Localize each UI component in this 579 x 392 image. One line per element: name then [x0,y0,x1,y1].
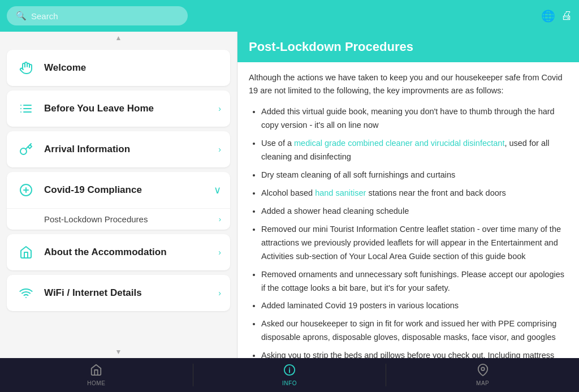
right-panel-title: Post-Lockdown Procedures [249,40,413,54]
list-item-text: Added laminated Covid 19 posters in vari… [261,301,459,310]
search-input[interactable] [31,11,179,21]
main-content: ▲ Welcome [0,32,579,358]
chevron-right-icon: › [218,104,221,113]
list-item: Asking you to strip the beds and pillows… [261,349,568,358]
app-container: 🔍 🌐 🖨 ▲ [0,0,579,392]
welcome-label: Welcome [44,62,221,74]
search-box[interactable]: 🔍 [7,6,188,25]
list-item: Added a shower head cleaning schedule [261,205,568,218]
covid-header[interactable]: Covid-19 Compliance ∨ [7,172,230,208]
content-list: Added this virtual guide book, meaning y… [249,105,568,358]
left-scroll: Welcome Before You Leave [0,44,237,346]
nav-map[interactable]: MAP [386,364,579,386]
nav-info[interactable]: INFO [193,364,386,386]
nav-home[interactable]: HOME [0,364,193,386]
scroll-down-indicator: ▼ [0,346,237,358]
list-item: Removed our mini Tourist Information Cen… [261,223,568,264]
map-nav-label: MAP [476,380,489,386]
right-content: Although the actions we have taken to ke… [237,62,579,358]
nav-item-wifi[interactable]: WiFi / Internet Details › [7,275,230,311]
top-bar: 🔍 🌐 🖨 [0,0,579,32]
post-lockdown-label: Post-Lockdown Procedures [44,214,148,224]
print-icon[interactable]: 🖨 [561,9,572,23]
sub-chevron-icon: › [219,215,221,223]
home-nav-label: HOME [87,380,105,386]
nav-item-accommodation[interactable]: About the Accommodation › [7,234,230,270]
search-icon: 🔍 [16,11,27,21]
nav-sub-post-lockdown[interactable]: Post-Lockdown Procedures › [7,208,230,230]
map-nav-icon [477,364,489,379]
list-item-text: Added a shower head cleaning schedule [261,206,409,216]
list-item: Added this virtual guide book, meaning y… [261,105,568,132]
chevron-down-icon: ∨ [214,184,221,196]
content-intro: Although the actions we have taken to ke… [249,71,568,97]
list-item-text: Removed ornaments and unnecessary soft f… [261,270,564,292]
nav-item-arrival[interactable]: Arrival Information › [7,131,230,167]
chevron-right-icon-3: › [218,248,221,257]
chevron-right-icon-2: › [218,145,221,154]
right-panel: Post-Lockdown Procedures Although the ac… [237,32,579,358]
info-nav-icon [283,364,296,379]
list-item-text: Removed our mini Tourist Information Cen… [261,225,561,261]
left-panel: ▲ Welcome [0,32,237,358]
covid-label: Covid-19 Compliance [44,184,206,196]
list-item: Use of a medical grade combined cleaner … [261,137,568,164]
nav-item-welcome[interactable]: Welcome [7,50,230,86]
info-nav-label: INFO [282,380,297,386]
scroll-up-indicator: ▲ [0,32,237,44]
globe-icon[interactable]: 🌐 [541,9,555,23]
bottom-nav: HOME INFO MAP [0,358,579,392]
wifi-icon [16,283,36,303]
accommodation-label: About the Accommodation [44,247,210,258]
chevron-right-icon-4: › [218,288,221,298]
list-item-text: Use of a medical grade combined cleaner … [261,139,549,161]
list-item-text: Alcohol based hand sanitiser stations ne… [261,188,506,197]
list-item-text: Asking you to strip the beds and pillows… [261,351,554,358]
wifi-label: WiFi / Internet Details [44,287,210,299]
list-item-text: Dry steam cleaning of all soft furnishin… [261,170,455,179]
home-nav-icon [90,364,102,379]
top-icons: 🌐 🖨 [541,9,572,23]
list-icon [16,98,36,119]
list-item-text: Asked our housekeeper to sign in fit for… [261,319,556,342]
home-icon [16,242,36,262]
list-item: Added laminated Covid 19 posters in vari… [261,299,568,313]
nav-item-covid: Covid-19 Compliance ∨ Post-Lockdown Proc… [7,172,230,230]
list-item: Removed ornaments and unnecessary soft f… [261,268,568,295]
key-icon [16,139,36,160]
list-item-text: Added this virtual guide book, meaning y… [261,107,555,130]
arrival-label: Arrival Information [44,144,210,155]
list-item: Alcohol based hand sanitiser stations ne… [261,187,568,200]
right-header: Post-Lockdown Procedures [237,32,579,62]
before-leave-label: Before You Leave Home [44,103,210,114]
list-item: Dry steam cleaning of all soft furnishin… [261,169,568,182]
svg-point-14 [481,367,485,371]
list-item: Asked our housekeeper to sign in fit for… [261,317,568,344]
sanitiser-link[interactable]: hand sanitiser [315,188,366,197]
plus-icon [16,180,36,200]
hand-icon [16,58,36,78]
nav-item-before-leave[interactable]: Before You Leave Home › [7,91,230,127]
cleaner-link[interactable]: medical grade combined cleaner and viruc… [294,139,504,148]
